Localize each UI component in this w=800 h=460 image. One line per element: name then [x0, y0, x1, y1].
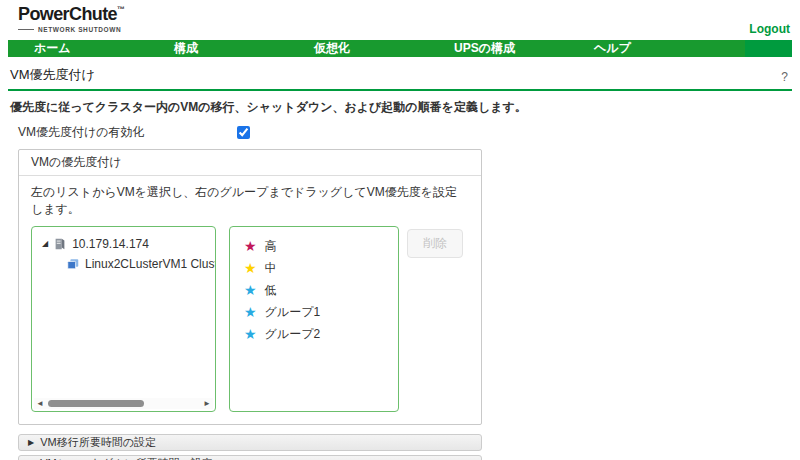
- powerchute-logo: PowerChute™ NETWORK SHUTDOWN: [18, 5, 125, 33]
- priority-group-label: 高: [265, 238, 277, 255]
- app-header: PowerChute™ NETWORK SHUTDOWN Logout: [0, 0, 800, 40]
- scrollbar-track[interactable]: [46, 399, 201, 408]
- host-icon: [53, 237, 67, 251]
- star-icon: ★: [244, 327, 257, 341]
- settings-accordions: ▶ VM移行所要時間の設定 ▶ VMシャットダウン所要時間の設定 ▶ VM起動所…: [18, 434, 482, 460]
- star-icon: ★: [244, 239, 257, 253]
- vm-tree-box: ◢ 10.179.14.174: [31, 226, 216, 412]
- panel-instruction: 左のリストからVMを選択し、右のグループまでドラッグしてVM優先度を設定します。: [31, 184, 469, 218]
- panel-title: VMの優先度付け: [19, 150, 481, 176]
- host-label: 10.179.14.174: [72, 237, 149, 251]
- priority-group-box: ★ 高 ★ 中 ★ 低 ★ グループ1: [229, 226, 399, 412]
- logout-link[interactable]: Logout: [749, 22, 790, 36]
- priority-group-label: グループ1: [265, 304, 321, 321]
- expander-icon[interactable]: ◢: [42, 240, 48, 248]
- page-title-row: VM優先度付け ?: [8, 57, 792, 91]
- accordion-label: VM移行所要時間の設定: [40, 435, 156, 450]
- enable-vm-prioritization-checkbox[interactable]: [237, 126, 250, 139]
- priority-group-label: 低: [265, 282, 277, 299]
- scroll-right-icon[interactable]: ►: [201, 398, 213, 409]
- chevron-right-icon: ▶: [28, 439, 34, 447]
- nav-item-help[interactable]: ヘルプ: [568, 40, 708, 57]
- logo-subtitle: NETWORK SHUTDOWN: [38, 26, 121, 33]
- logo-dash: [18, 29, 34, 30]
- navbar-right-segment: [745, 40, 792, 57]
- page-title: VM優先度付け: [10, 66, 95, 84]
- priority-group-1[interactable]: ★ グループ1: [244, 301, 398, 323]
- priority-group-label: グループ2: [265, 326, 321, 343]
- priority-group-medium[interactable]: ★ 中: [244, 257, 398, 279]
- priority-group-low[interactable]: ★ 低: [244, 279, 398, 301]
- accordion-vm-shutdown-duration[interactable]: ▶ VMシャットダウン所要時間の設定: [18, 455, 482, 460]
- star-icon: ★: [244, 283, 257, 297]
- vm-prioritization-panel: VMの優先度付け 左のリストからVMを選択し、右のグループまでドラッグしてVM優…: [18, 149, 482, 425]
- scroll-left-icon[interactable]: ◄: [34, 398, 46, 409]
- accordion-vm-migration-duration[interactable]: ▶ VM移行所要時間の設定: [18, 434, 482, 451]
- nav-item-ups-configuration[interactable]: UPSの構成: [428, 40, 568, 57]
- enable-vm-prioritization-row: VM優先度付けの有効化: [8, 122, 792, 149]
- delete-button[interactable]: 削除: [407, 229, 463, 258]
- vm-icon: [66, 257, 80, 271]
- nav-item-home[interactable]: ホーム: [8, 40, 148, 57]
- star-icon: ★: [244, 261, 257, 275]
- vm-label: Linux2CLusterVM1 ClusterVM: [85, 257, 216, 271]
- priority-group-high[interactable]: ★ 高: [244, 235, 398, 257]
- nav-item-virtualization[interactable]: 仮想化: [288, 40, 428, 57]
- logo-title: PowerChute: [18, 4, 117, 24]
- main-navbar: ホーム 構成 仮想化 UPSの構成 ヘルプ: [8, 40, 792, 57]
- priority-group-2[interactable]: ★ グループ2: [244, 323, 398, 345]
- trademark-symbol: ™: [117, 5, 125, 14]
- enable-vm-prioritization-label: VM優先度付けの有効化: [18, 124, 237, 141]
- help-icon[interactable]: ?: [781, 70, 790, 84]
- page-description: 優先度に従ってクラスター内のVMの移行、シャットダウン、および起動の順番を定義し…: [8, 91, 792, 122]
- nav-item-configuration[interactable]: 構成: [148, 40, 288, 57]
- tree-node-vm[interactable]: Linux2CLusterVM1 ClusterVM: [42, 254, 215, 274]
- scrollbar-thumb[interactable]: [48, 400, 144, 407]
- star-icon: ★: [244, 305, 257, 319]
- accordion-label: VMシャットダウン所要時間の設定: [40, 456, 213, 460]
- priority-group-label: 中: [265, 260, 277, 277]
- horizontal-scrollbar[interactable]: ◄ ►: [34, 398, 213, 409]
- tree-node-host[interactable]: ◢ 10.179.14.174: [42, 234, 215, 254]
